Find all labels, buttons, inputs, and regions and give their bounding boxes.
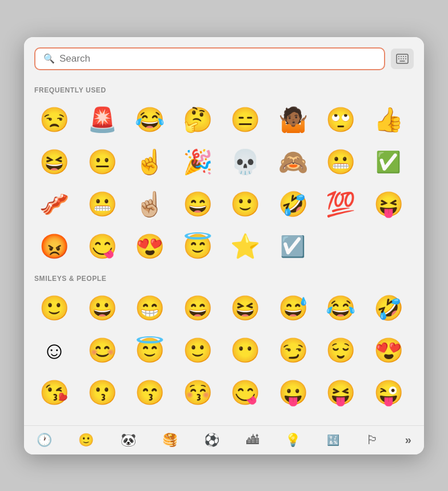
emoji-cell[interactable]: 😬 (82, 184, 122, 224)
emoji-cell[interactable]: 👍 (369, 100, 409, 140)
emoji-cell[interactable]: 🚨 (82, 100, 122, 140)
emoji-cell[interactable]: 😊 (82, 331, 122, 371)
emoji-cell[interactable]: 😒 (34, 100, 74, 140)
objects-tab-icon[interactable]: 💡 (282, 430, 304, 450)
emoji-cell[interactable]: ☝️ (130, 142, 170, 182)
emoji-cell[interactable]: 🤣 (369, 288, 409, 328)
emoji-cell[interactable]: 🎉 (178, 142, 218, 182)
emoji-cell[interactable]: 😡 (34, 227, 74, 267)
emoji-cell[interactable]: 😅 (273, 288, 313, 328)
emoji-cell[interactable]: 🙂 (34, 288, 74, 328)
emoji-cell[interactable]: 😝 (321, 373, 361, 413)
emoji-cell[interactable]: 😄 (178, 184, 218, 224)
search-icon: 🔍 (43, 53, 55, 64)
emoji-cell[interactable]: 😌 (321, 331, 361, 371)
smileys-people-grid: 🙂 😀 😁 😄 😆 😅 😂 🤣 ☺️ 😊 😇 🙂 😶 😏 😌 😍 😘 😗 😙 😚… (34, 288, 414, 413)
search-bar-container: 🔍 (34, 47, 385, 70)
emoji-cell[interactable]: 😂 (321, 288, 361, 328)
emoji-cell[interactable]: 😐 (82, 142, 122, 182)
recent-icon[interactable]: 🕐 (33, 430, 55, 450)
emoji-cell[interactable]: 💯 (321, 184, 361, 224)
emoji-cell[interactable]: 😘 (34, 373, 74, 413)
emoji-cell[interactable]: 😍 (130, 227, 170, 267)
emoji-cell[interactable]: 😀 (82, 288, 122, 328)
emoji-cell[interactable]: 😋 (82, 227, 122, 267)
emoji-cell[interactable]: 😏 (273, 331, 313, 371)
emoji-cell[interactable]: 🤔 (178, 100, 218, 140)
emoji-cell[interactable]: 😆 (34, 142, 74, 182)
frequently-used-grid: 😒 🚨 😂 🤔 😑 🤷🏾 🙄 👍 😆 😐 ☝️ 🎉 💀 🙈 😬 ✅ 🥓 😬 ☝🏼… (34, 100, 414, 267)
scroll-area[interactable]: FREQUENTLY USED 😒 🚨 😂 🤔 😑 🤷🏾 🙄 👍 😆 😐 ☝️ … (24, 78, 424, 425)
emoji-cell[interactable]: 😶 (225, 331, 265, 371)
bottom-bar: 🕐 🙂 🐼 🥞 ⚽ 🏙 💡 🔣 🏳 » (24, 425, 424, 454)
emoji-cell[interactable]: 😋 (225, 373, 265, 413)
emoji-cell[interactable]: 🤷🏾 (273, 100, 313, 140)
emoji-cell[interactable]: ☝🏼 (130, 184, 170, 224)
emoji-cell[interactable]: ☺️ (34, 331, 74, 371)
animals-tab-icon[interactable]: 🐼 (117, 430, 139, 450)
keyboard-toggle-button[interactable] (391, 49, 414, 69)
emoji-cell (321, 227, 361, 267)
emoji-cell[interactable]: 😬 (321, 142, 361, 182)
emoji-cell[interactable]: 🥓 (34, 184, 74, 224)
frequently-used-label: FREQUENTLY USED (34, 86, 414, 94)
flags-tab-icon[interactable]: 🏳 (363, 430, 382, 450)
emoji-cell[interactable]: 💀 (225, 142, 265, 182)
activities-tab-icon[interactable]: ⚽ (201, 430, 223, 450)
emoji-cell[interactable]: 😇 (130, 331, 170, 371)
symbols-tab-icon[interactable]: 🔣 (323, 432, 343, 449)
emoji-cell[interactable]: 🙂 (178, 331, 218, 371)
search-input[interactable] (59, 53, 376, 65)
emoji-cell[interactable]: 😝 (369, 184, 409, 224)
emoji-cell[interactable]: 😛 (273, 373, 313, 413)
emoji-cell[interactable]: 😑 (225, 100, 265, 140)
emoji-cell[interactable]: 🙈 (273, 142, 313, 182)
travel-tab-icon[interactable]: 🏙 (243, 430, 262, 450)
emoji-cell[interactable]: ☑️ (273, 227, 313, 267)
emoji-cell[interactable]: 😙 (130, 373, 170, 413)
emoji-cell[interactable]: 😁 (130, 288, 170, 328)
emoji-cell[interactable]: 😄 (178, 288, 218, 328)
emoji-cell[interactable]: ⭐ (225, 227, 265, 267)
search-area: 🔍 (24, 37, 424, 78)
more-tab-icon[interactable]: » (402, 431, 415, 449)
emoji-cell[interactable]: 😚 (178, 373, 218, 413)
emoji-picker: 🔍 FREQUENTLY USED 😒 🚨 😂 (24, 37, 424, 454)
emoji-cell[interactable]: 🤣 (273, 184, 313, 224)
keyboard-icon (396, 54, 409, 64)
emoji-cell[interactable]: 😗 (82, 373, 122, 413)
emoji-cell[interactable]: 😍 (369, 331, 409, 371)
emoji-cell[interactable]: 😜 (369, 373, 409, 413)
emoji-cell[interactable]: 🙂 (225, 184, 265, 224)
emoji-cell[interactable]: 🙄 (321, 100, 361, 140)
smileys-people-label: SMILEYS & PEOPLE (34, 275, 414, 283)
emoji-cell[interactable]: 😇 (178, 227, 218, 267)
emoji-cell (369, 227, 409, 267)
smileys-tab-icon[interactable]: 🙂 (75, 430, 97, 450)
emoji-cell[interactable]: 😂 (130, 100, 170, 140)
emoji-cell[interactable]: 😆 (225, 288, 265, 328)
food-tab-icon[interactable]: 🥞 (159, 430, 181, 450)
emoji-cell[interactable]: ✅ (369, 142, 409, 182)
